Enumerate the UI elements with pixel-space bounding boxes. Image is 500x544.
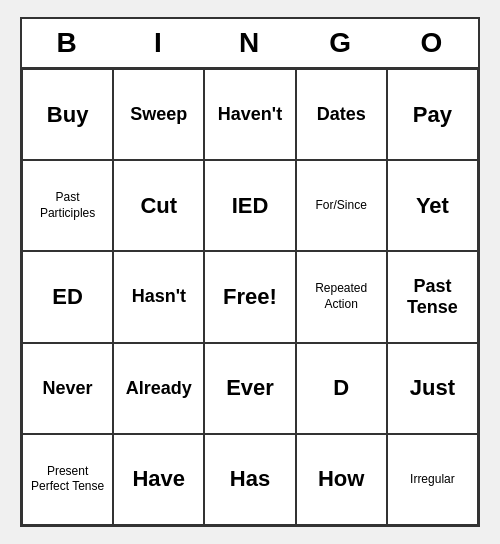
bingo-cell-0-1: Sweep xyxy=(113,69,204,160)
bingo-cell-3-2: Ever xyxy=(204,343,295,434)
bingo-cell-1-0: Past Participles xyxy=(22,160,113,251)
bingo-header-letter: G xyxy=(296,19,387,67)
bingo-header-letter: I xyxy=(113,19,204,67)
bingo-cell-2-0: ED xyxy=(22,251,113,342)
bingo-card: BINGO BuySweepHaven'tDatesPayPast Partic… xyxy=(20,17,480,527)
bingo-cell-3-1: Already xyxy=(113,343,204,434)
bingo-cell-3-4: Just xyxy=(387,343,478,434)
bingo-cell-4-0: Present Perfect Tense xyxy=(22,434,113,525)
bingo-cell-2-1: Hasn't xyxy=(113,251,204,342)
bingo-cell-2-4: Past Tense xyxy=(387,251,478,342)
bingo-cell-0-4: Pay xyxy=(387,69,478,160)
bingo-cell-3-0: Never xyxy=(22,343,113,434)
bingo-cell-4-1: Have xyxy=(113,434,204,525)
bingo-header: BINGO xyxy=(22,19,478,69)
bingo-header-letter: N xyxy=(204,19,295,67)
bingo-cell-0-0: Buy xyxy=(22,69,113,160)
bingo-cell-4-2: Has xyxy=(204,434,295,525)
bingo-header-letter: O xyxy=(387,19,478,67)
bingo-cell-0-3: Dates xyxy=(296,69,387,160)
bingo-cell-1-4: Yet xyxy=(387,160,478,251)
bingo-cell-3-3: D xyxy=(296,343,387,434)
bingo-header-letter: B xyxy=(22,19,113,67)
bingo-cell-2-3: Repeated Action xyxy=(296,251,387,342)
bingo-cell-1-2: IED xyxy=(204,160,295,251)
bingo-cell-1-1: Cut xyxy=(113,160,204,251)
bingo-grid: BuySweepHaven'tDatesPayPast ParticiplesC… xyxy=(22,69,478,525)
bingo-cell-1-3: For/Since xyxy=(296,160,387,251)
bingo-cell-0-2: Haven't xyxy=(204,69,295,160)
bingo-cell-4-3: How xyxy=(296,434,387,525)
bingo-cell-2-2: Free! xyxy=(204,251,295,342)
bingo-cell-4-4: Irregular xyxy=(387,434,478,525)
